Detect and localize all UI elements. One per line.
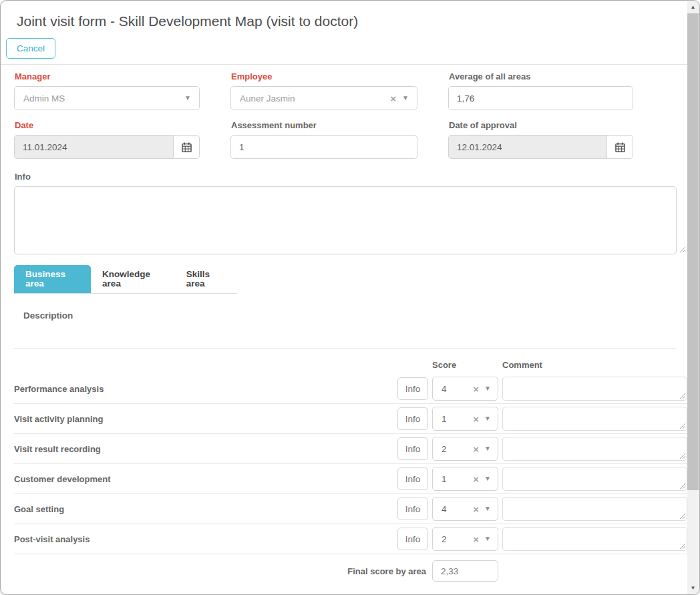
scroll-up-icon[interactable]: ▲ [687, 1, 699, 13]
table-row: Goal setting Info 4 × ▼ [14, 494, 687, 524]
employee-label: Employee [231, 71, 417, 81]
comment-textarea[interactable] [502, 437, 687, 461]
comment-textarea[interactable] [502, 497, 687, 521]
row-label: Visit activity planning [14, 414, 397, 424]
cancel-button[interactable]: Cancel [6, 38, 55, 59]
score-select[interactable]: 2 × ▼ [432, 437, 498, 461]
chevron-down-icon[interactable]: ▼ [484, 536, 491, 542]
average-field: Average of all areas [448, 71, 633, 110]
assessment-number-field: Assessment number [230, 120, 417, 159]
employee-select-icons: × ▼ [390, 87, 409, 110]
table-row: Performance analysis Info 4 × ▼ [14, 374, 687, 404]
table-row: Visit activity planning Info 1 × ▼ [14, 404, 687, 434]
chevron-down-icon[interactable]: ▼ [484, 445, 491, 452]
employee-select[interactable]: Auner Jasmin × ▼ [230, 86, 417, 110]
clear-icon[interactable]: × [473, 474, 479, 484]
tab-knowledge-area[interactable]: Knowledge area [91, 265, 175, 293]
average-input[interactable] [448, 86, 633, 110]
info-button[interactable]: Info [397, 498, 428, 520]
score-select[interactable]: 2 × ▼ [432, 527, 498, 551]
info-button[interactable]: Info [397, 377, 428, 400]
info-button[interactable]: Info [397, 407, 428, 430]
tab-business-area[interactable]: Business area [14, 265, 91, 293]
table-row: Visit result recording Info 2 × ▼ [14, 434, 687, 464]
date-label: Date [15, 120, 200, 130]
page-title: Joint visit form - Skill Development Map… [17, 13, 687, 29]
chevron-down-icon[interactable]: ▼ [402, 95, 409, 102]
info-button[interactable]: Info [397, 437, 428, 460]
date-input[interactable] [14, 135, 173, 159]
info-textarea-wrap [14, 186, 687, 254]
clear-icon[interactable]: × [473, 534, 479, 544]
description-heading: Description [23, 311, 687, 321]
joint-visit-form-window: Joint visit form - Skill Development Map… [0, 0, 700, 595]
comment-column-header: Comment [502, 360, 687, 370]
header-divider [1, 64, 689, 65]
row-label: Visit result recording [14, 444, 397, 454]
comment-textarea[interactable] [502, 407, 687, 431]
clear-icon[interactable]: × [473, 444, 479, 454]
score-value: 4 [442, 384, 447, 394]
chevron-down-icon[interactable]: ▼ [484, 506, 491, 512]
average-label: Average of all areas [449, 71, 633, 81]
chevron-down-icon[interactable]: ▼ [484, 475, 491, 482]
tab-skills-area[interactable]: Skills area [175, 265, 237, 293]
row-label: Performance analysis [14, 384, 397, 394]
approval-input-group [448, 135, 633, 159]
row-label: Post-visit analysis [14, 534, 397, 544]
manager-select-icons: ▼ [184, 87, 191, 110]
date-of-approval-input[interactable] [448, 135, 606, 159]
date-of-approval-field: Date of approval [448, 120, 633, 159]
calendar-icon [615, 142, 625, 152]
table-row: Customer development Info 1 × ▼ [14, 464, 687, 494]
comment-textarea[interactable] [502, 467, 687, 491]
area-tabs: Business area Knowledge area Skills area [14, 265, 237, 294]
manager-select-value: Admin MS [23, 93, 65, 104]
calendar-icon [182, 142, 192, 152]
scrollbar-thumb[interactable] [687, 13, 699, 490]
info-button[interactable]: Info [397, 467, 428, 490]
score-value: 2 [442, 534, 447, 544]
final-score-row: Final score by area [14, 560, 687, 582]
form-content: Joint visit form - Skill Development Map… [1, 1, 687, 594]
resize-grip-icon[interactable] [679, 246, 685, 252]
comment-textarea[interactable] [502, 377, 687, 401]
row-label: Customer development [14, 474, 397, 484]
score-value: 1 [442, 474, 447, 484]
score-select[interactable]: 4 × ▼ [432, 377, 498, 401]
chevron-down-icon[interactable]: ▼ [184, 95, 191, 102]
score-value: 1 [442, 414, 447, 424]
assessment-number-input[interactable] [230, 135, 417, 159]
vertical-scrollbar[interactable]: ▲ ▼ [687, 1, 699, 594]
employee-field: Employee Auner Jasmin × ▼ [230, 71, 417, 110]
score-column-header: Score [432, 360, 498, 370]
final-score-label: Final score by area [347, 566, 426, 576]
score-value: 2 [442, 444, 447, 454]
date-of-approval-label: Date of approval [449, 120, 633, 130]
score-select[interactable]: 1 × ▼ [432, 467, 498, 491]
clear-icon[interactable]: × [390, 93, 396, 104]
date-calendar-button[interactable] [173, 135, 200, 159]
clear-icon[interactable]: × [473, 414, 479, 424]
manager-select[interactable]: Admin MS ▼ [14, 86, 200, 110]
chevron-down-icon[interactable]: ▼ [484, 385, 491, 392]
employee-select-value: Auner Jasmin [240, 93, 295, 104]
manager-label: Manager [15, 71, 200, 81]
score-select[interactable]: 4 × ▼ [432, 497, 498, 521]
scroll-down-icon[interactable]: ▼ [687, 582, 699, 594]
info-button[interactable]: Info [397, 528, 428, 550]
score-select[interactable]: 1 × ▼ [432, 407, 498, 431]
comment-textarea[interactable] [502, 527, 687, 551]
score-value: 4 [442, 504, 447, 514]
clear-icon[interactable]: × [473, 504, 479, 514]
info-label: Info [15, 172, 687, 182]
assessment-number-label: Assessment number [231, 120, 417, 130]
clear-icon[interactable]: × [473, 384, 479, 394]
chevron-down-icon[interactable]: ▼ [484, 415, 491, 422]
approval-calendar-button[interactable] [606, 135, 633, 159]
manager-field: Manager Admin MS ▼ [14, 71, 200, 110]
final-score-input[interactable] [432, 560, 498, 582]
date-field: Date [14, 120, 200, 159]
section-divider [14, 348, 677, 349]
info-textarea[interactable] [14, 186, 677, 254]
